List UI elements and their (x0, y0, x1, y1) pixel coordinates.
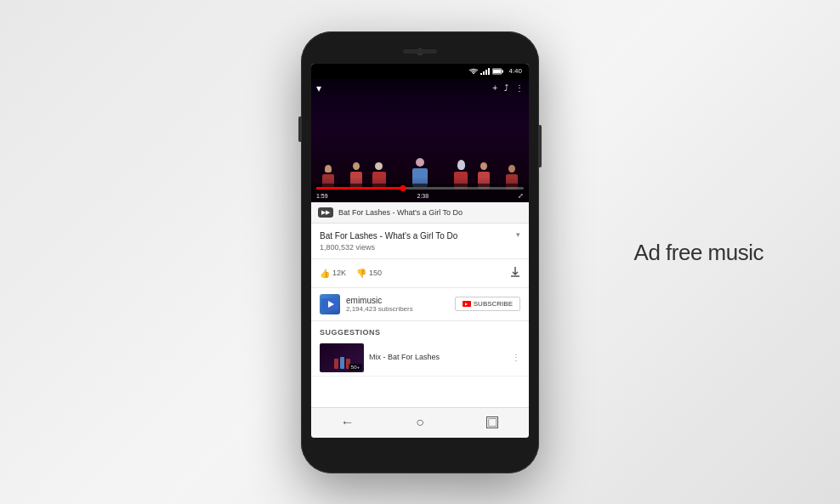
now-playing-bar: ▶▶ Bat For Lashes - What's a Girl To Do (311, 202, 529, 224)
video-title-row: Bat For Lashes - What's a Girl To Do ▾ (320, 230, 520, 241)
time-display: 4:40 (508, 67, 522, 75)
more-icon[interactable]: ⋮ (515, 83, 524, 93)
video-views: 1,800,532 views (320, 243, 520, 252)
back-icon: ← (341, 415, 355, 430)
phone-screen: 4:40 (311, 64, 529, 438)
subscribe-icon (463, 301, 471, 307)
suggestions-header: SUGGESTIONS (311, 321, 529, 340)
signal-icon (480, 68, 490, 75)
channel-info: emimusic 2,194,423 subscribers (346, 296, 449, 313)
video-controls[interactable]: 1:59 2:38 ⤢ (311, 184, 529, 202)
video-toolbar: ▾ + ⤴ ⋮ (311, 79, 529, 98)
suggestion-more-icon[interactable]: ⋮ (512, 353, 520, 362)
channel-name: emimusic (346, 296, 449, 305)
video-info: Bat For Lashes - What's a Girl To Do ▾ 1… (311, 224, 529, 259)
phone-device: 4:40 (301, 31, 539, 473)
dropdown-arrow[interactable]: ▾ (516, 230, 520, 239)
total-time: 2:38 (417, 193, 429, 199)
content-area: Bat For Lashes - What's a Girl To Do ▾ 1… (311, 224, 529, 407)
home-button[interactable]: ○ (403, 408, 437, 438)
subscribe-button[interactable]: SUBSCRIBE (455, 297, 520, 311)
phone-top (308, 43, 532, 60)
now-playing-title: Bat For Lashes - What's a Girl To Do (338, 208, 463, 217)
thumbup-icon: 👍 (320, 269, 330, 278)
speaker (403, 49, 437, 54)
dislike-count: 150 (369, 269, 382, 277)
share-icon[interactable]: ⤴ (504, 83, 508, 93)
tagline: Ad free music (634, 239, 763, 265)
progress-fill (316, 187, 403, 190)
progress-dot (400, 185, 406, 191)
status-icons: 4:40 (469, 67, 522, 75)
back-button[interactable]: ← (331, 408, 365, 438)
download-button[interactable] (510, 266, 520, 280)
suggestion-title: Mix - Bat For Lashes (369, 353, 507, 363)
status-bar: 4:40 (311, 64, 529, 79)
like-count: 12K (332, 269, 346, 277)
channel-row: emimusic 2,194,423 subscribers SUBSCRIBE (311, 288, 529, 321)
scene: Ad free music (0, 0, 840, 504)
fullscreen-icon[interactable]: ⤢ (518, 192, 524, 200)
channel-avatar (320, 294, 340, 314)
progress-bar[interactable] (316, 187, 524, 190)
nav-bar: ← ○ □ (311, 407, 529, 438)
add-icon[interactable]: + (492, 83, 497, 93)
collapse-icon[interactable]: ▾ (316, 82, 321, 94)
music-icon: ▶▶ (318, 207, 333, 218)
recent-icon: □ (486, 416, 498, 428)
thumb-count: 50+ (349, 364, 362, 371)
battery-icon (492, 68, 504, 75)
toolbar-left: ▾ (316, 82, 321, 94)
channel-subs: 2,194,423 subscribers (346, 305, 449, 313)
home-icon: ○ (416, 415, 424, 430)
time-row: 1:59 2:38 ⤢ (316, 192, 524, 200)
action-row: 👍 12K 👎 150 (311, 259, 529, 288)
video-title: Bat For Lashes - What's a Girl To Do (320, 230, 457, 241)
svg-rect-2 (493, 70, 501, 73)
subscribe-label: SUBSCRIBE (474, 300, 513, 308)
dislike-button[interactable]: 👎 150 (356, 269, 382, 278)
svg-rect-1 (502, 70, 503, 72)
current-time: 1:59 (316, 193, 328, 199)
suggestion-info: Mix - Bat For Lashes (369, 353, 507, 363)
like-button[interactable]: 👍 12K (320, 269, 346, 278)
thumbdown-icon: 👎 (356, 269, 366, 278)
suggestion-item[interactable]: 50+ Mix - Bat For Lashes ⋮ (311, 340, 529, 377)
wifi-icon (469, 68, 478, 75)
suggestions-section: SUGGESTIONS 50+ Mix - Bat (311, 321, 529, 377)
video-player[interactable]: ▾ + ⤴ ⋮ 1:59 2:38 (311, 79, 529, 202)
toolbar-right: + ⤴ ⋮ (492, 83, 524, 93)
suggestion-thumbnail: 50+ (320, 343, 364, 372)
recent-button[interactable]: □ (475, 408, 509, 438)
